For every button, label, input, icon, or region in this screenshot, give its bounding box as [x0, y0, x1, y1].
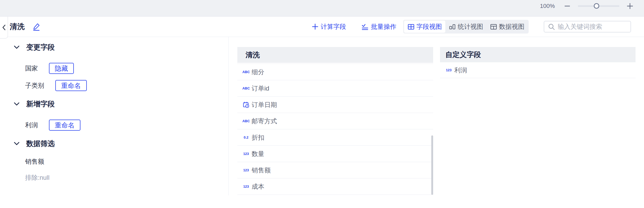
field-row[interactable]: 123 数量 — [237, 146, 433, 162]
view-segment-label: 数据视图 — [499, 22, 524, 31]
filter-row: 排除:null — [25, 174, 228, 182]
field-name: 邮寄方式 — [252, 117, 277, 125]
field-row[interactable]: 123 利润 — [440, 62, 636, 78]
filter-label: 销售额 — [25, 157, 44, 166]
field-row[interactable]: ABC 邮寄方式 — [237, 113, 433, 129]
abc-icon: ABC — [243, 70, 250, 74]
page-header: 清洗 计算字段 批量操作 — [0, 17, 644, 37]
search-icon — [548, 23, 555, 30]
number-icon: 123 — [243, 185, 250, 188]
field-row[interactable]: 123 成本 — [237, 178, 433, 195]
field-row[interactable]: 123 销售额 — [237, 162, 433, 178]
number-icon: 123 — [243, 152, 250, 156]
custom-panel-title: 自定义字段 — [445, 50, 481, 59]
field-action-button[interactable]: 重命名 — [55, 80, 87, 91]
field-name: 订单id — [252, 84, 269, 93]
chevron-left-icon — [2, 24, 6, 31]
view-segment-field[interactable]: 字段视图 — [404, 21, 445, 33]
filter-label: 排除:null — [25, 173, 49, 182]
header-toolbar: 计算字段 批量操作 字段视图 — [312, 20, 631, 34]
zoom-slider-knob[interactable] — [594, 3, 599, 9]
plus-icon — [627, 3, 633, 9]
batch-ops-label: 批量操作 — [371, 22, 396, 31]
field-change-row: 国家 隐藏 — [25, 63, 228, 74]
number-icon: 123 — [445, 68, 452, 72]
bar-chart-icon — [449, 23, 456, 30]
left-panel: 变更字段 国家 隐藏 子类别 重命名 新增字段 利润 重命名 数据筛选 销售额 … — [0, 37, 228, 182]
zoom-slider[interactable] — [578, 3, 619, 9]
view-segment-label: 字段视图 — [416, 22, 442, 31]
section-header[interactable]: 变更字段 — [14, 43, 228, 52]
edit-title-button[interactable] — [32, 22, 41, 31]
check-list-icon — [361, 23, 369, 30]
scrollbar-thumb[interactable] — [431, 135, 433, 195]
field-name: 细分 — [252, 68, 264, 76]
edit-pencil-icon — [32, 22, 41, 31]
calendar-clock-icon — [243, 101, 250, 108]
section-header[interactable]: 新增字段 — [14, 100, 228, 108]
page-title: 清洗 — [10, 22, 25, 32]
section-title: 变更字段 — [26, 42, 55, 52]
field-action-button[interactable]: 隐藏 — [49, 63, 74, 74]
clean-field-list: ABC 细分 ABC 订单id 订单日期 ABC 邮寄方式 0.2 折扣 123… — [237, 64, 433, 195]
field-change-row: 利润 重命名 — [25, 120, 228, 130]
clean-panel-header: 清洗 — [237, 47, 433, 63]
chevron-down-icon — [14, 45, 20, 49]
search-input[interactable] — [558, 23, 631, 30]
decimal-icon: 0.2 — [243, 135, 250, 139]
chevron-down-icon — [14, 142, 20, 145]
field-label: 利润 — [25, 121, 38, 129]
section-title: 数据筛选 — [26, 139, 55, 148]
field-row[interactable]: ABC 订单id — [237, 80, 433, 97]
field-label: 国家 — [25, 64, 38, 73]
field-row[interactable]: ABC 细分 — [237, 64, 433, 80]
custom-panel-header: 自定义字段 — [440, 47, 636, 62]
clean-panel-title: 清洗 — [246, 50, 260, 60]
minus-icon — [565, 3, 570, 9]
view-segment-data[interactable]: 数据视图 — [487, 21, 528, 33]
zoom-in-button[interactable] — [627, 3, 633, 9]
field-name: 订单日期 — [252, 101, 277, 109]
field-label: 子类别 — [25, 81, 44, 90]
number-icon: 123 — [243, 168, 250, 172]
custom-field-list: 123 利润 — [440, 62, 636, 78]
chevron-down-icon — [14, 102, 20, 106]
clean-fields-panel: 清洗 ABC 细分 ABC 订单id 订单日期 ABC 邮寄方式 0.2 折扣 … — [237, 47, 433, 195]
panel-divider — [228, 37, 229, 195]
abc-icon: ABC — [243, 119, 250, 123]
table-icon — [490, 23, 497, 30]
grid-icon — [407, 23, 415, 30]
top-zoom-bar: 100% — [0, 0, 644, 17]
zoom-level: 100% — [540, 3, 555, 10]
filter-row: 销售额 — [25, 158, 228, 166]
field-action-button[interactable]: 重命名 — [49, 120, 80, 131]
collapse-panel-button[interactable] — [0, 17, 8, 39]
section-header[interactable]: 数据筛选 — [14, 139, 228, 148]
main-content: 变更字段 国家 隐藏 子类别 重命名 新增字段 利润 重命名 数据筛选 销售额 … — [0, 37, 644, 208]
search-box[interactable] — [544, 21, 631, 32]
field-name: 利润 — [454, 66, 467, 74]
section-title: 新增字段 — [26, 99, 55, 109]
zoom-out-button[interactable] — [565, 3, 570, 9]
view-segment-stats[interactable]: 统计视图 — [445, 21, 487, 33]
view-switcher: 字段视图 统计视图 数据视图 — [403, 20, 529, 34]
calc-field-label: 计算字段 — [321, 22, 346, 31]
field-row[interactable]: 订单日期 — [237, 97, 433, 113]
batch-ops-button[interactable]: 批量操作 — [361, 22, 396, 31]
field-row[interactable]: 0.2 折扣 — [237, 129, 433, 146]
custom-fields-panel: 自定义字段 123 利润 — [440, 47, 636, 78]
field-name: 成本 — [252, 182, 264, 191]
field-name: 销售额 — [252, 166, 271, 174]
calc-field-button[interactable]: 计算字段 — [312, 22, 346, 31]
view-segment-label: 统计视图 — [458, 22, 483, 31]
field-name: 数量 — [252, 150, 264, 158]
abc-icon: ABC — [243, 86, 250, 90]
field-change-row: 子类别 重命名 — [25, 80, 228, 91]
plus-icon — [312, 23, 318, 30]
field-name: 折扣 — [252, 133, 264, 142]
